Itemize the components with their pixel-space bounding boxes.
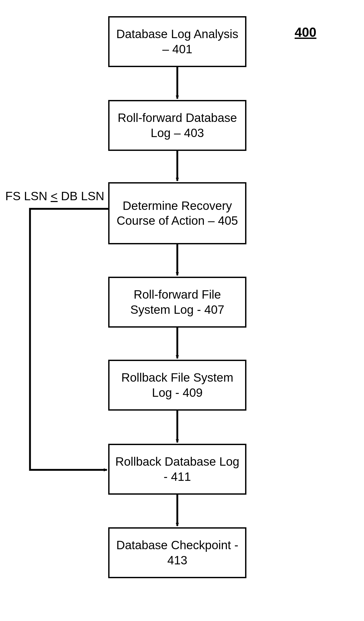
arrow-405-411-branch xyxy=(30,209,108,470)
node-403: Roll-forward Database Log – 403 xyxy=(108,100,246,151)
node-413: Database Checkpoint - 413 xyxy=(108,527,246,578)
node-401: Database Log Analysis – 401 xyxy=(108,16,246,67)
node-411: Rollback Database Log - 411 xyxy=(108,444,246,495)
figure-label: 400 xyxy=(295,25,316,40)
node-405: Determine Recovery Course of Action – 40… xyxy=(108,182,246,244)
node-409: Rollback File System Log - 409 xyxy=(108,360,246,411)
node-407: Roll-forward File System Log - 407 xyxy=(108,277,246,328)
flowchart-canvas: 400 Database Log Analysis – 401 Roll-for… xyxy=(0,0,364,621)
branch-label-fs-lsn: FS LSN < DB LSN xyxy=(0,189,104,203)
